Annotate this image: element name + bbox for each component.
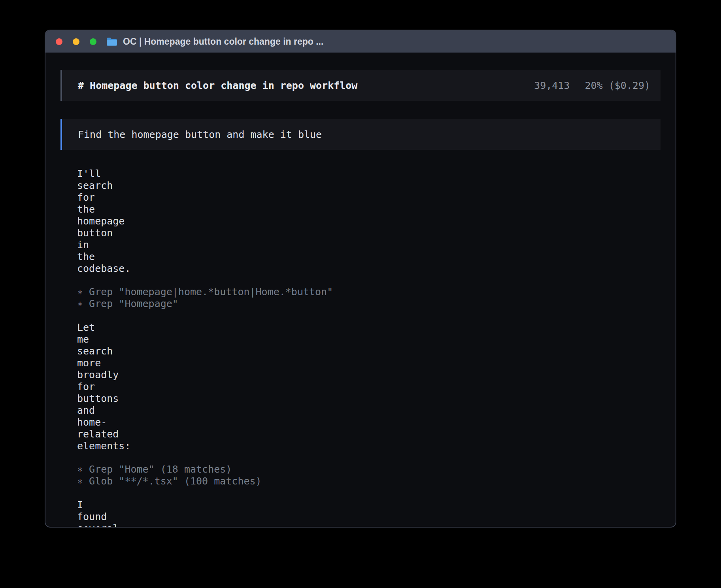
user-message: Find the homepage button and make it blu…	[60, 119, 661, 150]
window-title: OC | Homepage button color change in rep…	[123, 36, 323, 47]
assistant-message: I found several "Home" links. Let me loo…	[77, 499, 661, 528]
user-message-text: Find the homepage button and make it blu…	[78, 129, 322, 140]
minimize-button[interactable]	[73, 38, 79, 45]
conversation-log: I'll search for the homepage button in t…	[60, 168, 661, 528]
close-button[interactable]	[56, 38, 62, 45]
folder-icon	[106, 37, 118, 47]
assistant-message: Let me search more broadly for buttons a…	[77, 322, 661, 452]
assistant-text: I'll search for the homepage button in t…	[77, 168, 84, 175]
window-title-group: OC | Homepage button color change in rep…	[106, 36, 323, 47]
session-stats: 39,413 20% ($0.29)	[534, 80, 650, 91]
terminal-window: OC | Homepage button color change in rep…	[45, 30, 676, 528]
terminal-content: # Homepage button color change in repo w…	[45, 53, 676, 528]
session-title: # Homepage button color change in repo w…	[78, 80, 357, 91]
tool-call-group: ∗ Grep "Home" (18 matches) ∗ Glob "**/*.…	[77, 464, 661, 487]
session-header: # Homepage button color change in repo w…	[60, 70, 661, 101]
zoom-button[interactable]	[90, 38, 96, 45]
traffic-lights	[56, 38, 96, 45]
tool-call-glob: ∗ Glob "**/*.tsx" (100 matches)	[77, 475, 661, 487]
assistant-text: Let me search more broadly for buttons a…	[77, 322, 84, 328]
tool-call-grep: ∗ Grep "homepage|home.*button|Home.*butt…	[77, 286, 661, 298]
context-usage: 20% ($0.29)	[585, 80, 650, 91]
assistant-message: I'll search for the homepage button in t…	[77, 168, 661, 274]
token-count: 39,413	[534, 80, 570, 91]
tool-call-grep: ∗ Grep "Homepage"	[77, 298, 661, 310]
assistant-text: I found several "Home" links. Let me loo…	[77, 499, 84, 506]
tool-call-group: ∗ Grep "homepage|home.*button|Home.*butt…	[77, 286, 661, 310]
tool-call-grep: ∗ Grep "Home" (18 matches)	[77, 464, 661, 475]
titlebar[interactable]: OC | Homepage button color change in rep…	[45, 30, 676, 53]
